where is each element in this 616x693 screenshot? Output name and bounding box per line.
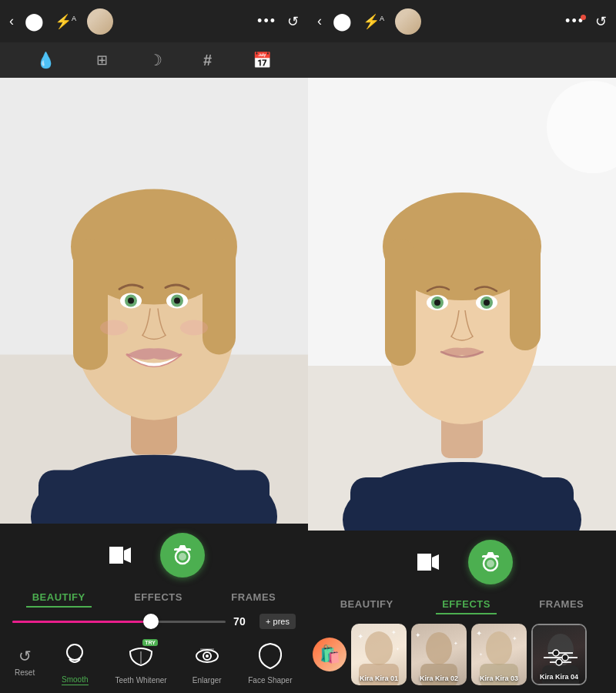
face-shaper-label: Face Shaper: [248, 676, 292, 685]
expand-icon[interactable]: ⊞: [96, 52, 108, 69]
effect-kira1[interactable]: ✦ ✦ ✦ Kira Kira 01: [351, 624, 407, 685]
calendar-icon[interactable]: 📅: [253, 51, 272, 69]
left-tabs-row: BEAUTIFY EFFECTS FRAMES: [0, 584, 308, 611]
svg-text:✦: ✦: [476, 629, 482, 638]
video-button-right[interactable]: [411, 545, 445, 579]
svg-point-16: [180, 320, 208, 336]
left-panel: ‹ ⬤ ⚡A ••• ↺ 💧 ⊞ ☽ # 📅: [0, 0, 308, 693]
tab-frames-left[interactable]: FRAMES: [225, 588, 282, 608]
tab-effects-right[interactable]: EFFECTS: [436, 595, 497, 614]
left-tools-row: ↺ Reset Smooth TRY Teeth Whitener: [0, 634, 308, 693]
svg-marker-43: [417, 554, 431, 571]
right-panel: ‹ ⬤ ⚡A ••• ↺: [308, 0, 616, 693]
svg-point-56: [486, 631, 512, 665]
enlarger-tool[interactable]: Enlarger: [184, 639, 230, 685]
undo-icon-right[interactable]: ↺: [595, 13, 607, 30]
right-bottom-controls: BEAUTIFY EFFECTS FRAMES 🛍️ ✦ ✦ ✦ K: [308, 531, 616, 693]
flash-icon-left[interactable]: ⚡A: [55, 13, 76, 30]
kira2-label: Kira Kira 02: [420, 675, 458, 682]
right-tabs-row: BEAUTIFY EFFECTS FRAMES: [308, 591, 616, 618]
teeth-label: Teeth Whitener: [115, 676, 166, 685]
svg-point-39: [434, 300, 440, 306]
try-badge: TRY: [142, 639, 158, 646]
enlarger-label: Enlarger: [192, 676, 222, 685]
svg-rect-36: [510, 239, 541, 350]
kira1-label: Kira Kira 01: [360, 675, 398, 682]
tab-effects-left[interactable]: EFFECTS: [128, 588, 189, 608]
reset-icon: ↺: [18, 647, 32, 665]
moon-icon[interactable]: ☽: [149, 51, 162, 69]
tab-beautify-left[interactable]: BEAUTIFY: [26, 588, 92, 608]
effect-kira2[interactable]: ✦ ✦ Kira Kira 02: [411, 624, 467, 685]
hash-icon[interactable]: #: [203, 52, 212, 69]
svg-point-11: [128, 298, 134, 304]
svg-rect-3: [38, 470, 270, 524]
slider-thumb-left[interactable]: [143, 614, 159, 629]
capture-mode-icon-left[interactable]: ⬤: [25, 12, 44, 32]
kira2-bg: ✦ ✦ Kira Kira 02: [411, 624, 467, 685]
svg-point-46: [487, 560, 494, 567]
svg-text:✦: ✦: [396, 647, 400, 651]
avatar-left[interactable]: [87, 8, 113, 35]
slider-fill-left: [12, 621, 151, 623]
svg-point-20: [179, 553, 186, 561]
preset-button-left[interactable]: + pres: [259, 614, 296, 629]
flash-icon-right[interactable]: ⚡A: [363, 13, 384, 30]
left-top-bar-left: ‹ ⬤ ⚡A: [9, 8, 113, 35]
undo-icon-left[interactable]: ↺: [287, 13, 299, 30]
left-second-bar: 💧 ⊞ ☽ # 📅: [0, 42, 308, 78]
kira3-label: Kira Kira 03: [480, 675, 518, 682]
svg-point-25: [206, 654, 209, 658]
teeth-icon: TRY: [124, 639, 158, 673]
avatar-right[interactable]: [395, 8, 421, 35]
left-top-bar: ‹ ⬤ ⚡A ••• ↺: [0, 0, 308, 42]
more-icon-left[interactable]: •••: [257, 13, 276, 29]
svg-text:✦: ✦: [391, 629, 397, 636]
capture-button-right[interactable]: [468, 540, 513, 584]
teeth-whitener-tool[interactable]: TRY Teeth Whitener: [115, 639, 166, 685]
slider-track-left[interactable]: [12, 621, 226, 623]
svg-text:✦: ✦: [479, 652, 483, 657]
smooth-icon: [58, 638, 92, 672]
shop-icon[interactable]: 🛍️: [313, 638, 346, 671]
svg-point-68: [556, 659, 562, 665]
left-camera-view: [0, 78, 308, 524]
svg-marker-44: [432, 554, 439, 570]
tab-frames-right[interactable]: FRAMES: [533, 595, 590, 614]
svg-text:✦: ✦: [512, 635, 517, 642]
svg-rect-31: [350, 477, 574, 531]
kira4-label: Kira Kira 04: [540, 673, 578, 681]
left-capture-row: [0, 524, 308, 584]
right-second-bar: [308, 42, 616, 78]
svg-point-42: [484, 300, 490, 306]
smooth-label: Smooth: [62, 675, 88, 685]
effects-row: 🛍️ ✦ ✦ ✦ Kira Kira 01: [308, 618, 616, 693]
svg-point-52: [426, 632, 452, 665]
capture-button-left[interactable]: [160, 533, 205, 578]
water-icon[interactable]: 💧: [36, 51, 55, 69]
video-button-left[interactable]: [103, 538, 137, 572]
effect-kira4[interactable]: Kira Kira 04: [531, 624, 587, 685]
capture-mode-icon-right[interactable]: ⬤: [333, 12, 352, 32]
right-top-bar-right: ••• ↺: [565, 13, 607, 30]
right-top-bar-left: ‹ ⬤ ⚡A: [317, 8, 421, 35]
reset-button[interactable]: ↺ Reset: [15, 647, 35, 677]
face-shaper-tool[interactable]: Face Shaper: [247, 639, 293, 685]
effect-kira3[interactable]: ✦ ✦ ✦ Kira Kira 03: [471, 624, 527, 685]
back-icon-right[interactable]: ‹: [317, 13, 322, 29]
enlarger-icon: [190, 639, 224, 673]
reset-label: Reset: [15, 668, 35, 677]
smooth-tool[interactable]: Smooth: [52, 638, 98, 685]
svg-marker-18: [124, 547, 131, 563]
back-icon-left[interactable]: ‹: [9, 13, 14, 29]
tab-beautify-right[interactable]: BEAUTIFY: [334, 595, 400, 614]
left-photo: [0, 78, 308, 524]
svg-point-47: [365, 631, 393, 665]
notification-dot: [581, 15, 586, 20]
svg-point-67: [562, 654, 568, 661]
more-icon-right[interactable]: •••: [565, 13, 584, 29]
right-photo: [308, 78, 616, 531]
left-bottom-controls: BEAUTIFY EFFECTS FRAMES 70 + pres ↺ Rese…: [0, 524, 308, 693]
svg-point-21: [67, 644, 82, 660]
slider-value-left: 70: [233, 615, 252, 628]
